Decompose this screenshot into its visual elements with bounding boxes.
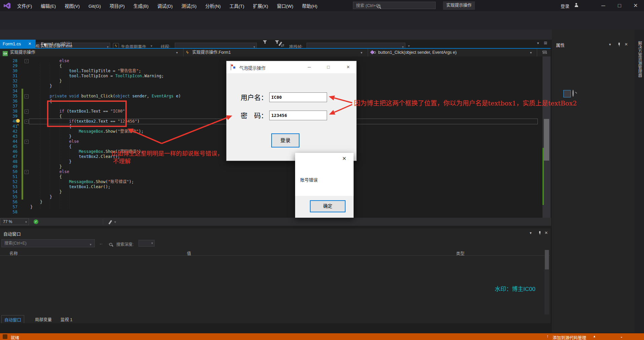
float-window-icon[interactable]: ⊞: [544, 41, 547, 45]
autos-tab-1[interactable]: 自动窗口: [1, 315, 24, 324]
search-depth-dropdown[interactable]: ▾: [138, 240, 155, 247]
signin-button[interactable]: 登录: [561, 3, 569, 9]
form-minimize-icon[interactable]: ─: [307, 65, 312, 70]
close-panel-icon[interactable]: ✕: [545, 230, 548, 235]
scrollbar-thumb[interactable]: [545, 250, 549, 269]
add-to-source-control-button[interactable]: 添加到源代码管理: [553, 334, 586, 340]
line-number: 55: [0, 195, 17, 200]
app-form-window[interactable]: 气泡提示操作 ─ □ ✕ 用户名： IC00 密 码： 123456 登录: [226, 61, 357, 161]
active-files-chevron-icon[interactable]: ▾: [537, 41, 539, 45]
property-pages-wrench-icon[interactable]: [572, 90, 579, 97]
search-back-icon[interactable]: ←: [99, 241, 103, 246]
chevron-down-icon[interactable]: ▾: [114, 220, 116, 224]
filter-threads-icon[interactable]: [263, 40, 267, 48]
search-input[interactable]: 搜索 (Ctrl+Q): [353, 2, 436, 9]
code-text: MessageBox.Show("账号错误");: [30, 179, 134, 184]
code-text: MessageBox.Show("登录成功");: [30, 129, 144, 134]
chevron-down-icon[interactable]: ▾: [90, 241, 91, 248]
menu-item[interactable]: 生成(B): [129, 0, 153, 11]
menu-item[interactable]: 帮助(H): [297, 0, 322, 11]
code-text: }: [30, 200, 42, 205]
annotation-note-left-2: 不理解: [113, 157, 131, 165]
tab-form1-cs[interactable]: Form1.cs ✕: [0, 40, 36, 48]
code-text: else: [30, 169, 69, 174]
menu-item[interactable]: 编辑(E): [36, 0, 60, 11]
code-text: else: [30, 139, 79, 144]
search-depth-label: 搜索深度:: [116, 241, 133, 247]
chevron-down-icon[interactable]: ▾: [408, 44, 410, 48]
code-line-58: 58: [0, 210, 551, 215]
chevron-down-icon[interactable]: ▾: [151, 44, 152, 48]
chevron-up-icon[interactable]: ▲: [593, 335, 596, 338]
signin-label: 登录: [561, 4, 569, 9]
line-number: 51: [0, 174, 17, 179]
close-button[interactable]: ✕: [628, 0, 643, 11]
close-panel-icon[interactable]: ✕: [625, 42, 628, 47]
change-bar: [22, 124, 23, 129]
form-close-icon[interactable]: ✕: [346, 65, 351, 70]
menu-item[interactable]: 文件(F): [13, 0, 36, 11]
suspend-threads-icon[interactable]: ⇄: [281, 43, 284, 48]
chevron-down-icon: ▾: [361, 49, 362, 56]
autos-tab-2[interactable]: 局部变量: [32, 315, 54, 324]
split-view-icon[interactable]: [542, 51, 547, 52]
password-textbox[interactable]: 123456: [269, 111, 327, 120]
menu-item[interactable]: 调试(D): [153, 0, 177, 11]
categorized-view-icon[interactable]: [555, 90, 562, 97]
code-line-55: 55 }: [0, 195, 551, 200]
form-title-bar[interactable]: 气泡提示操作 ─ □ ✕: [227, 61, 356, 73]
filter-flagged-icon[interactable]: [275, 40, 279, 48]
scrollbar-thumb[interactable]: [544, 119, 549, 161]
window-position-chevron-icon[interactable]: ▾: [609, 42, 611, 47]
msgbox-ok-button[interactable]: 确定: [310, 200, 346, 212]
autos-search-input[interactable]: 搜索(Ctrl+E) ▾: [1, 239, 95, 247]
window-position-chevron-icon[interactable]: ▾: [530, 231, 532, 235]
feedback-icon[interactable]: [3, 334, 7, 339]
tab-form1-cs-design[interactable]: Form1.cs [设计]: [38, 40, 75, 48]
login-button[interactable]: 登录: [271, 133, 299, 147]
line-number: 39: [0, 114, 17, 119]
breadcrumb-type-dropdown[interactable]: ϟ 实现提示操作.Form1 ▾: [184, 49, 368, 56]
menu-item[interactable]: Git(G): [84, 1, 105, 11]
solution-explorer-vertical-tab[interactable]: 解决方案资源管理器: [637, 41, 643, 77]
fold-collapse-icon[interactable]: -: [25, 110, 29, 114]
fold-collapse-icon[interactable]: -: [25, 94, 29, 98]
health-check-icon[interactable]: ✓: [34, 219, 38, 224]
editor-status-bar: 77 % ▾ ✓ 未找到相关问题 ▾ ◂ ▸ 行: 40 字符: 44 空格 C…: [0, 218, 551, 226]
line-number: 31: [0, 74, 17, 79]
lightbulb-quick-actions-icon[interactable]: [16, 119, 20, 123]
autos-scrollbar[interactable]: [545, 250, 549, 314]
fold-collapse-icon[interactable]: -: [25, 120, 29, 124]
code-line-57: 57}: [0, 205, 551, 210]
autos-tab-3[interactable]: 监视 1: [58, 315, 75, 324]
fold-collapse-icon[interactable]: -: [25, 59, 29, 63]
maximize-button[interactable]: □: [612, 0, 627, 11]
menu-item[interactable]: 测试(S): [177, 0, 201, 11]
breadcrumb-project-dropdown[interactable]: C# 实现提示操作 ▾: [0, 49, 184, 56]
change-bar: [22, 104, 23, 109]
minimize-button[interactable]: ─: [596, 0, 611, 11]
close-tab-icon[interactable]: ✕: [28, 40, 31, 48]
line-number: 56: [0, 200, 17, 205]
autos-search-placeholder: 搜索(Ctrl+E): [4, 241, 27, 246]
change-bar: [22, 164, 23, 169]
form-maximize-icon[interactable]: □: [326, 65, 331, 70]
zoom-dropdown[interactable]: 77 % ▾: [0, 218, 29, 225]
breadcrumb-member-dropdown[interactable]: button1_Click(object sender, EventArgs e…: [368, 49, 537, 56]
message-box[interactable]: ✕ 账号错误 确定: [295, 153, 354, 218]
menu-item[interactable]: 工具(T): [225, 0, 249, 11]
username-textbox[interactable]: IC00: [269, 92, 327, 102]
fold-collapse-icon[interactable]: -: [25, 170, 29, 174]
menu-item[interactable]: 视图(V): [60, 0, 84, 11]
msgbox-close-icon[interactable]: ✕: [342, 156, 347, 162]
menu-item[interactable]: 项目(P): [105, 0, 129, 11]
search-forward-icon[interactable]: →: [107, 241, 111, 246]
menu-item[interactable]: 扩展(X): [249, 0, 273, 11]
menu-item[interactable]: 窗口(W): [273, 0, 298, 11]
msgbox-text: 账号错误: [300, 176, 318, 183]
ink-annotation-icon[interactable]: [109, 220, 112, 224]
up-arrow-icon[interactable]: ↑: [547, 334, 549, 339]
alphabetical-view-icon[interactable]: [563, 90, 571, 97]
fold-collapse-icon[interactable]: -: [25, 140, 29, 144]
menu-item[interactable]: 分析(N): [201, 0, 225, 11]
